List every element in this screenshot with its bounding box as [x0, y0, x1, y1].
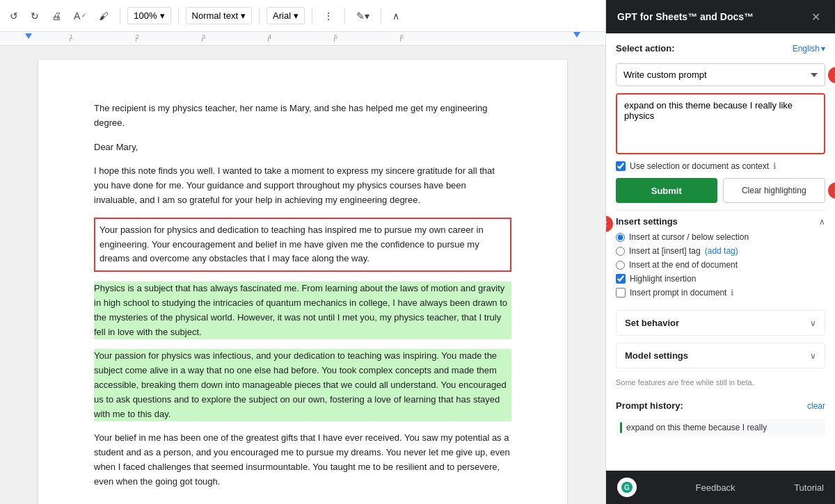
ruler-left-marker	[25, 33, 32, 39]
spellcheck-button[interactable]: A✓	[70, 8, 90, 24]
history-item-text: expand on this theme because I really	[626, 423, 767, 432]
insert-settings-chevron: ∧	[819, 217, 825, 227]
insert-tag-radio[interactable]	[616, 247, 625, 256]
insert-end-radio[interactable]	[616, 261, 625, 270]
insert-end-row: Insert at the end of document	[616, 260, 825, 270]
panel-title: GPT for Sheets™ and Docs™	[617, 11, 754, 22]
insert-prompt-row: Insert prompt in document ℹ	[616, 288, 825, 298]
button-row: Submit Clear highlighting	[616, 178, 825, 203]
tutorial-button[interactable]: Tutorial	[794, 482, 824, 493]
panel-footer: G Feedback Tutorial	[606, 471, 835, 504]
clear-history-link[interactable]: clear	[807, 401, 825, 411]
beta-note: Some features are free while still in be…	[616, 375, 825, 389]
paragraph-2: Dear Mary,	[94, 140, 511, 155]
add-tag-link[interactable]: (add tag)	[705, 246, 738, 256]
history-item-bar	[620, 422, 622, 433]
collapse-button[interactable]: ∧	[388, 8, 404, 24]
insert-settings-title: Insert settings	[616, 216, 678, 227]
insert-prompt-info-icon[interactable]: ℹ	[731, 288, 734, 298]
print-button[interactable]: 🖨	[47, 8, 65, 24]
insert-prompt-checkbox[interactable]	[616, 288, 626, 298]
paragraph-5-highlighted: Physics is a subject that has always fas…	[94, 282, 511, 339]
model-settings-section[interactable]: Model settings ∨	[616, 343, 825, 368]
paragraph-7: Your belief in me has been one of the gr…	[94, 431, 511, 489]
context-info-icon[interactable]: ℹ	[773, 161, 777, 171]
highlight-insertion-checkbox[interactable]	[616, 274, 626, 284]
font-dropdown[interactable]: Arial ▾	[267, 7, 305, 24]
feedback-button[interactable]: Feedback	[696, 482, 735, 493]
set-behavior-section[interactable]: Set behavior ∨	[616, 310, 825, 336]
prompt-textarea-wrapper: expand on this theme because I really li…	[616, 93, 825, 154]
use-context-label: Use selection or document as context	[630, 161, 769, 171]
insert-tag-label: Insert at [insert] tag	[629, 246, 701, 256]
ruler-tick-1	[70, 38, 70, 42]
toolbar-divider-2	[178, 8, 179, 24]
prompt-history-header: Prompt history: clear	[616, 396, 825, 412]
toolbar-divider-5	[344, 8, 345, 24]
insert-settings-header[interactable]: Insert settings ∧	[616, 210, 825, 232]
gpt-logo-icon[interactable]: G	[617, 478, 637, 497]
paragraph-3: I hope this note finds you well. I wante…	[94, 164, 511, 207]
submit-button[interactable]: Submit	[616, 178, 717, 203]
prompt-textarea[interactable]: expand on this theme because I really li…	[617, 95, 824, 150]
ruler-tick-2	[136, 38, 136, 42]
document-scroll[interactable]: The recipient is my physics teacher, her…	[0, 46, 605, 504]
prompt-history-title: Prompt history:	[616, 400, 683, 411]
insert-end-label: Insert at the end of document	[629, 260, 738, 270]
undo-button[interactable]: ↺	[6, 8, 22, 24]
gpt-logo-svg: G	[621, 481, 633, 494]
svg-text:G: G	[624, 484, 630, 491]
history-item-1[interactable]: expand on this theme because I really	[616, 419, 825, 436]
pen-button[interactable]: ✎▾	[352, 8, 374, 24]
paragraph-4-selected: Your passion for physics and dedication …	[94, 218, 511, 272]
highlight-insertion-label: Highlight insertion	[630, 274, 696, 284]
insert-cursor-label: Insert at cursor / below selection	[629, 232, 749, 242]
font-value: Arial	[273, 10, 291, 21]
insert-cursor-radio[interactable]	[616, 233, 625, 242]
badge-3: 3	[828, 182, 835, 199]
docs-area: ↺ ↻ 🖨 A✓ 🖌 100% ▾ Normal text ▾ Arial ▾ …	[0, 0, 605, 504]
set-behavior-title: Set behavior	[625, 318, 679, 328]
insert-tag-row: Insert at [insert] tag (add tag)	[616, 246, 825, 256]
ruler: 1 2 3 4 5 6	[0, 32, 605, 46]
use-context-row: Use selection or document as context ℹ	[616, 161, 825, 171]
text-style-chevron: ▾	[241, 10, 246, 21]
ruler-tick-5	[334, 38, 335, 42]
zoom-chevron: ▾	[160, 10, 165, 21]
zoom-dropdown[interactable]: 100% ▾	[127, 7, 170, 24]
language-chevron: ▾	[821, 44, 825, 54]
button-row-wrapper: Submit Clear highlighting 3	[616, 178, 825, 203]
action-dropdown-wrapper: Write custom prompt Summarize Translate …	[616, 63, 825, 86]
panel-header: GPT for Sheets™ and Docs™ ✕	[606, 0, 835, 33]
font-chevron: ▾	[294, 10, 299, 21]
action-select[interactable]: Write custom prompt Summarize Translate …	[616, 63, 825, 86]
paint-format-button[interactable]: 🖌	[95, 8, 113, 24]
paragraph-6-highlighted: Your passion for physics was infectious,…	[94, 349, 511, 421]
text-style-dropdown[interactable]: Normal text ▾	[186, 7, 252, 24]
insert-prompt-label: Insert prompt in document	[630, 288, 726, 298]
ruler-right-marker	[573, 32, 580, 38]
toolbar-divider-4	[312, 8, 312, 24]
select-action-label: Select action:	[616, 43, 675, 54]
use-context-checkbox[interactable]	[616, 161, 626, 171]
toolbar: ↺ ↻ 🖨 A✓ 🖌 100% ▾ Normal text ▾ Arial ▾ …	[0, 0, 605, 32]
model-settings-chevron: ∨	[810, 351, 816, 361]
panel-close-button[interactable]: ✕	[807, 8, 824, 25]
paragraph-1: The recipient is my physics teacher, her…	[94, 101, 511, 131]
ruler-tick-3	[202, 38, 202, 42]
language-selector[interactable]: English ▾	[793, 44, 825, 54]
document-page: The recipient is my physics teacher, her…	[38, 60, 567, 504]
ruler-tick-4	[268, 38, 269, 42]
zoom-value: 100%	[134, 10, 157, 21]
insert-cursor-row: Insert at cursor / below selection	[616, 232, 825, 242]
paragraph-4-text: Your passion for physics and dedication …	[100, 225, 484, 264]
redo-button[interactable]: ↻	[26, 8, 43, 24]
set-behavior-chevron: ∨	[810, 318, 816, 328]
text-style-value: Normal text	[192, 10, 238, 21]
insert-settings-section: Insert settings ∧ 2 Insert at cursor / b…	[616, 210, 825, 303]
more-options-button[interactable]: ⋮	[319, 8, 337, 24]
select-action-row: Select action: English ▾	[616, 43, 825, 54]
clear-highlight-button[interactable]: Clear highlighting	[723, 178, 826, 203]
language-value: English	[793, 44, 820, 54]
insert-options: Insert at cursor / below selection Inser…	[616, 232, 825, 303]
